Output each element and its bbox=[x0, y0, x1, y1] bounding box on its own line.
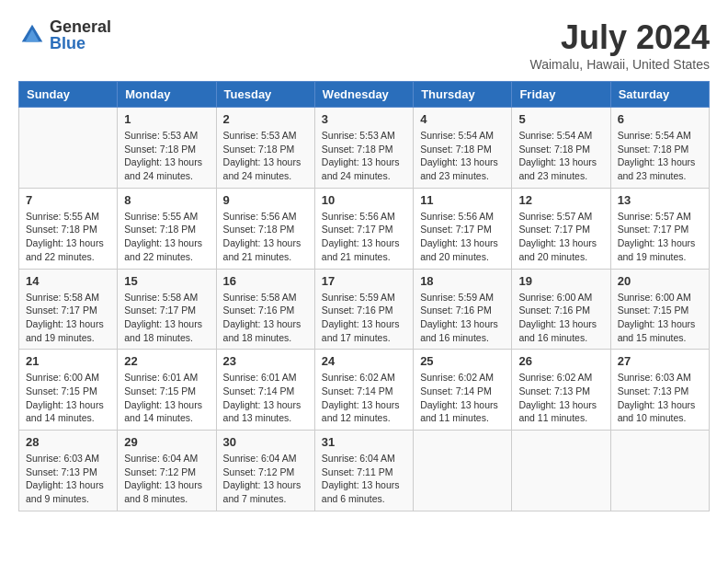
sunset: Sunset: 7:14 PM bbox=[322, 385, 393, 396]
col-tuesday: Tuesday bbox=[216, 82, 314, 108]
day-cell: 1 Sunrise: 5:53 AM Sunset: 7:18 PM Dayli… bbox=[118, 108, 216, 189]
day-cell: 10 Sunrise: 5:56 AM Sunset: 7:17 PM Dayl… bbox=[314, 188, 413, 269]
day-number: 15 bbox=[124, 274, 209, 288]
daylight: Daylight: 13 hours and 18 minutes. bbox=[223, 318, 301, 343]
day-cell: 16 Sunrise: 5:58 AM Sunset: 7:16 PM Dayl… bbox=[216, 269, 314, 350]
day-info: Sunrise: 5:57 AM Sunset: 7:17 PM Dayligh… bbox=[618, 210, 702, 264]
sunset: Sunset: 7:16 PM bbox=[420, 304, 492, 316]
sunset: Sunset: 7:17 PM bbox=[26, 304, 97, 316]
daylight: Daylight: 13 hours and 11 minutes. bbox=[420, 399, 498, 424]
day-cell: 25 Sunrise: 6:02 AM Sunset: 7:14 PM Dayl… bbox=[414, 350, 512, 431]
logo-icon bbox=[18, 21, 46, 49]
day-cell: 15 Sunrise: 5:58 AM Sunset: 7:17 PM Dayl… bbox=[118, 269, 216, 350]
daylight: Daylight: 13 hours and 24 minutes. bbox=[223, 156, 301, 181]
day-info: Sunrise: 6:00 AM Sunset: 7:16 PM Dayligh… bbox=[518, 291, 603, 345]
day-cell: 7 Sunrise: 5:55 AM Sunset: 7:18 PM Dayli… bbox=[19, 188, 118, 269]
day-number: 31 bbox=[322, 435, 406, 449]
day-info: Sunrise: 5:53 AM Sunset: 7:18 PM Dayligh… bbox=[322, 129, 406, 183]
sunset: Sunset: 7:14 PM bbox=[223, 385, 295, 396]
logo-blue-text: Blue bbox=[50, 35, 111, 52]
day-cell: 17 Sunrise: 5:59 AM Sunset: 7:16 PM Dayl… bbox=[314, 269, 413, 350]
daylight: Daylight: 13 hours and 19 minutes. bbox=[26, 318, 104, 343]
daylight: Daylight: 13 hours and 23 minutes. bbox=[420, 156, 498, 181]
week-row-4: 21 Sunrise: 6:00 AM Sunset: 7:15 PM Dayl… bbox=[19, 350, 710, 431]
sunset: Sunset: 7:18 PM bbox=[223, 144, 295, 155]
day-cell: 14 Sunrise: 5:58 AM Sunset: 7:17 PM Dayl… bbox=[19, 269, 118, 350]
day-info: Sunrise: 6:02 AM Sunset: 7:13 PM Dayligh… bbox=[518, 371, 603, 425]
daylight: Daylight: 13 hours and 18 minutes. bbox=[124, 318, 202, 343]
day-info: Sunrise: 5:58 AM Sunset: 7:17 PM Dayligh… bbox=[26, 291, 110, 345]
sunrise: Sunrise: 6:01 AM bbox=[223, 372, 297, 383]
daylight: Daylight: 13 hours and 13 minutes. bbox=[223, 399, 301, 424]
sunset: Sunset: 7:14 PM bbox=[420, 385, 492, 396]
sunset: Sunset: 7:13 PM bbox=[26, 466, 97, 477]
daylight: Daylight: 13 hours and 20 minutes. bbox=[518, 237, 597, 262]
day-number: 26 bbox=[518, 354, 603, 368]
day-cell: 3 Sunrise: 5:53 AM Sunset: 7:18 PM Dayli… bbox=[314, 108, 413, 189]
sunrise: Sunrise: 5:53 AM bbox=[322, 130, 395, 141]
daylight: Daylight: 13 hours and 9 minutes. bbox=[26, 479, 104, 504]
day-cell: 12 Sunrise: 5:57 AM Sunset: 7:17 PM Dayl… bbox=[512, 188, 610, 269]
sunset: Sunset: 7:18 PM bbox=[26, 224, 97, 235]
day-cell: 27 Sunrise: 6:03 AM Sunset: 7:13 PM Dayl… bbox=[610, 350, 709, 431]
sunset: Sunset: 7:18 PM bbox=[124, 144, 196, 155]
week-row-1: 1 Sunrise: 5:53 AM Sunset: 7:18 PM Dayli… bbox=[19, 108, 710, 189]
col-sunday: Sunday bbox=[19, 82, 118, 108]
daylight: Daylight: 13 hours and 15 minutes. bbox=[618, 318, 696, 343]
sunrise: Sunrise: 5:59 AM bbox=[420, 292, 494, 303]
day-info: Sunrise: 5:54 AM Sunset: 7:18 PM Dayligh… bbox=[420, 129, 505, 183]
sunset: Sunset: 7:18 PM bbox=[322, 144, 393, 155]
header-row: Sunday Monday Tuesday Wednesday Thursday… bbox=[19, 82, 710, 108]
day-number: 23 bbox=[223, 354, 308, 368]
day-number: 25 bbox=[420, 354, 505, 368]
day-number: 30 bbox=[223, 435, 308, 449]
day-info: Sunrise: 6:04 AM Sunset: 7:12 PM Dayligh… bbox=[223, 452, 308, 506]
col-saturday: Saturday bbox=[610, 82, 709, 108]
sunrise: Sunrise: 5:57 AM bbox=[618, 211, 691, 222]
sunset: Sunset: 7:13 PM bbox=[518, 385, 590, 396]
daylight: Daylight: 13 hours and 16 minutes. bbox=[420, 318, 498, 343]
day-number: 20 bbox=[618, 274, 702, 288]
sunset: Sunset: 7:18 PM bbox=[124, 224, 196, 235]
sunrise: Sunrise: 5:54 AM bbox=[420, 130, 494, 141]
day-cell: 26 Sunrise: 6:02 AM Sunset: 7:13 PM Dayl… bbox=[512, 350, 610, 431]
day-cell: 23 Sunrise: 6:01 AM Sunset: 7:14 PM Dayl… bbox=[216, 350, 314, 431]
sunset: Sunset: 7:18 PM bbox=[618, 144, 689, 155]
day-cell: 29 Sunrise: 6:04 AM Sunset: 7:12 PM Dayl… bbox=[118, 431, 216, 511]
day-info: Sunrise: 6:03 AM Sunset: 7:13 PM Dayligh… bbox=[618, 371, 702, 425]
day-cell bbox=[512, 431, 610, 511]
sunset: Sunset: 7:16 PM bbox=[322, 304, 393, 316]
sunset: Sunset: 7:15 PM bbox=[26, 385, 97, 396]
month-year: July 2024 bbox=[529, 18, 710, 57]
calendar-body: 1 Sunrise: 5:53 AM Sunset: 7:18 PM Dayli… bbox=[19, 108, 710, 511]
day-cell bbox=[19, 108, 118, 189]
day-number: 24 bbox=[322, 354, 406, 368]
sunset: Sunset: 7:12 PM bbox=[124, 466, 196, 477]
sunset: Sunset: 7:15 PM bbox=[618, 304, 689, 316]
day-cell: 28 Sunrise: 6:03 AM Sunset: 7:13 PM Dayl… bbox=[19, 431, 118, 511]
location: Waimalu, Hawaii, United States bbox=[529, 57, 710, 72]
sunrise: Sunrise: 5:53 AM bbox=[223, 130, 297, 141]
sunset: Sunset: 7:16 PM bbox=[223, 304, 295, 316]
col-friday: Friday bbox=[512, 82, 610, 108]
daylight: Daylight: 13 hours and 11 minutes. bbox=[518, 399, 597, 424]
week-row-2: 7 Sunrise: 5:55 AM Sunset: 7:18 PM Dayli… bbox=[19, 188, 710, 269]
sunrise: Sunrise: 6:03 AM bbox=[26, 453, 99, 464]
day-cell: 13 Sunrise: 5:57 AM Sunset: 7:17 PM Dayl… bbox=[610, 188, 709, 269]
col-wednesday: Wednesday bbox=[314, 82, 413, 108]
day-info: Sunrise: 5:56 AM Sunset: 7:17 PM Dayligh… bbox=[322, 210, 406, 264]
sunset: Sunset: 7:13 PM bbox=[618, 385, 689, 396]
sunrise: Sunrise: 6:02 AM bbox=[420, 372, 494, 383]
day-number: 1 bbox=[124, 112, 209, 126]
daylight: Daylight: 13 hours and 10 minutes. bbox=[618, 399, 696, 424]
day-number: 16 bbox=[223, 274, 308, 288]
sunrise: Sunrise: 6:00 AM bbox=[26, 372, 99, 383]
day-number: 2 bbox=[223, 112, 308, 126]
daylight: Daylight: 13 hours and 19 minutes. bbox=[618, 237, 696, 262]
sunrise: Sunrise: 5:55 AM bbox=[26, 211, 99, 222]
daylight: Daylight: 13 hours and 21 minutes. bbox=[322, 237, 400, 262]
daylight: Daylight: 13 hours and 8 minutes. bbox=[124, 479, 202, 504]
daylight: Daylight: 13 hours and 24 minutes. bbox=[124, 156, 202, 181]
day-number: 7 bbox=[26, 193, 110, 207]
day-number: 5 bbox=[518, 112, 603, 126]
